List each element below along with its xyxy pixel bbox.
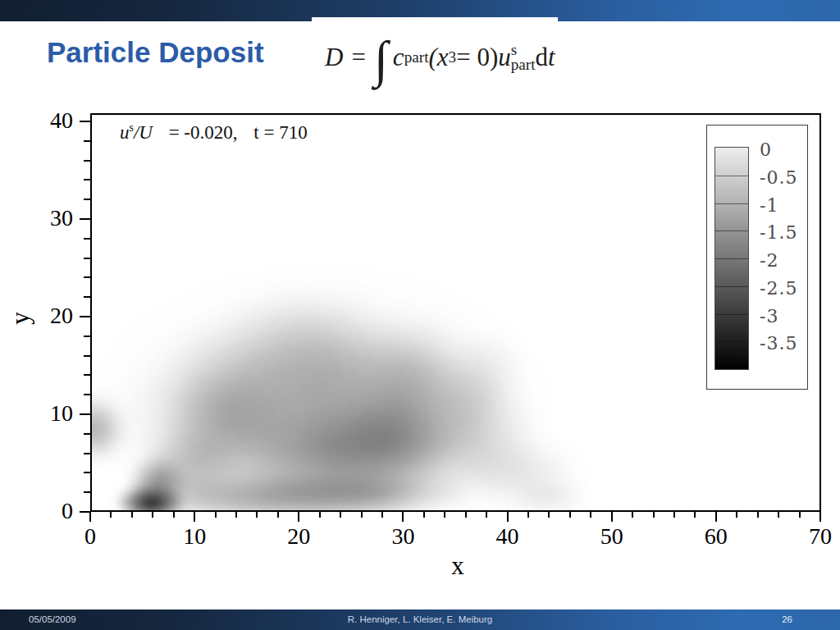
y-tick-label: 40 [27,107,73,134]
x-minor-tick [736,512,737,518]
x-minor-tick [757,512,759,518]
colorbar-tick-label: -1 [760,195,807,216]
y-minor-tick [84,179,90,180]
y-minor-tick [84,491,90,493]
y-major-tick [80,121,90,122]
colorbar-tick-label: -1.5 [760,222,807,243]
formula-u-sub: part [511,57,536,72]
footer-bar: 05/05/2009 R. Henniger, L. Kleiser, E. M… [0,609,840,630]
formula-x-sub: 3 [449,48,457,66]
x-minor-tick [277,512,279,518]
formula-d: d [536,43,549,72]
x-minor-tick [590,512,591,518]
formula-u: u [498,43,511,72]
x-minor-tick [444,512,445,518]
plot-annotation: us/U = -0.020, t = 710 [120,121,308,144]
y-major-tick [80,218,90,220]
colorbar-tick-label: -3 [760,306,807,326]
x-minor-tick [673,512,675,518]
x-minor-tick [173,512,175,518]
x-minor-tick [486,512,487,518]
x-minor-tick [799,512,801,518]
y-minor-tick [84,160,90,162]
y-minor-tick [84,296,90,298]
x-minor-tick [653,512,655,518]
y-major-tick [80,316,90,317]
x-tick-label: 60 [683,523,749,550]
formula-c: c [393,43,404,72]
footer-page-number: 26 [782,614,792,624]
y-minor-tick [84,453,90,454]
density-blob [508,480,591,512]
x-minor-tick [361,512,363,518]
y-tick-label: 10 [27,400,73,427]
y-minor-tick [84,374,90,376]
presentation-slide: Particle Deposit D = ∫ cpart(x3 = 0)uspa… [0,0,840,630]
x-minor-tick [256,512,258,518]
y-minor-tick [84,355,90,357]
colorbar-legend: 0-0.5-1-1.5-2-2.5-3-3.5 [706,125,808,390]
x-minor-tick [340,512,341,518]
x-minor-tick [694,512,696,518]
y-minor-tick [84,394,90,395]
colorbar-segment [715,148,748,176]
colorbar-segment [715,314,748,342]
x-minor-tick [632,512,633,518]
x-minor-tick [131,512,133,518]
colorbar-tick-label: -2 [760,250,807,271]
colorbar-tick-label: -2.5 [760,278,807,299]
x-major-tick [194,512,195,522]
deposit-formula: D = ∫ cpart(x3 = 0)uspartdt [325,23,555,92]
y-tick-label: 20 [27,303,73,329]
y-tick-label: 30 [27,205,73,231]
x-minor-tick [215,512,217,518]
y-minor-tick [84,238,90,240]
y-minor-tick [84,433,90,435]
y-minor-tick [84,258,90,259]
x-minor-tick [381,512,383,518]
x-minor-tick [548,512,550,518]
x-tick-label: 0 [57,523,123,550]
x-minor-tick [235,512,237,518]
x-tick-label: 10 [162,523,227,550]
slide-title: Particle Deposit [47,36,264,69]
colorbar-tick-label: -0.5 [760,167,807,188]
y-minor-tick [84,276,90,278]
colorbar-segment [715,176,748,203]
x-major-tick [89,512,91,522]
x-major-tick [819,512,821,522]
x-tick-label: 20 [266,523,331,550]
x-minor-tick [152,512,153,518]
colorbar-segment [715,231,748,258]
formula-open-x: (x [428,43,448,72]
x-minor-tick [778,512,779,518]
footer-authors: R. Henniger, L. Kleiser, E. Meiburg [0,614,840,624]
y-major-tick [80,511,90,513]
y-minor-tick [84,336,90,337]
y-major-tick [80,413,90,415]
colorbar-segment [715,258,748,286]
y-minor-tick [84,140,90,142]
formula-t: t [548,43,555,72]
formula-D: D [325,43,343,72]
x-minor-tick [527,512,529,518]
x-major-tick [507,512,509,522]
x-major-tick [715,512,717,522]
y-tick-label: 0 [27,498,73,524]
x-tick-label: 70 [788,523,840,550]
colorbar-segment [715,203,748,231]
colorbar-segment [715,286,748,314]
x-minor-tick [465,512,467,518]
x-minor-tick [569,512,571,518]
colorbar-segment [715,341,748,369]
colorbar-gradient-strip [714,147,749,370]
formula-c-sub: part [404,48,429,66]
colorbar-tick-label: -3.5 [760,333,807,354]
y-minor-tick [84,199,90,200]
x-axis-label: x [433,551,482,581]
x-tick-label: 40 [475,523,541,550]
x-minor-tick [319,512,321,518]
x-minor-tick [110,512,112,518]
colorbar-tick-label: 0 [760,139,807,160]
x-tick-label: 50 [579,523,645,550]
